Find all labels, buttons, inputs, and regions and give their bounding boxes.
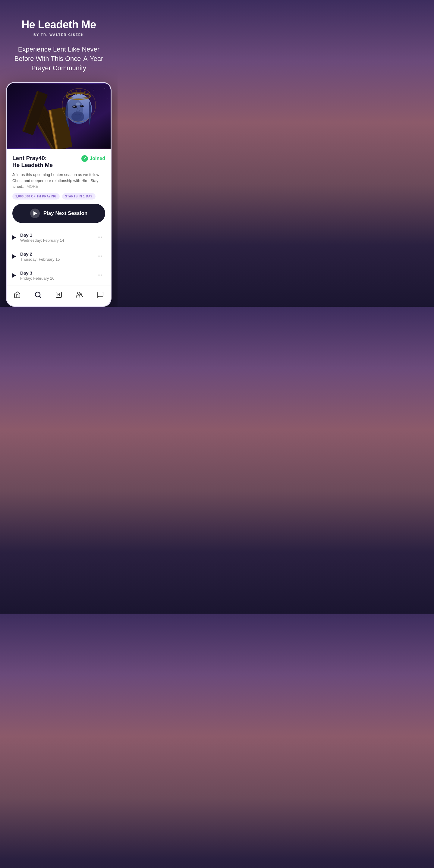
bottom-nav [7, 285, 111, 306]
play-button-label: Play Next Session [43, 210, 87, 216]
search-icon [34, 291, 42, 299]
session-item-day3[interactable]: Day 3 Friday: February 16 ··· [7, 266, 111, 285]
session-more-button-3[interactable]: ··· [95, 271, 105, 280]
nav-item-community[interactable] [71, 290, 88, 300]
session-title-3: Day 3 [20, 270, 91, 276]
author-label: BY FR. WALTER CISZEK [33, 33, 84, 36]
hero-image [7, 83, 111, 149]
tags-row: 1,000,000 OF 1M PRAYING STARTS IN 1 DAY [12, 193, 105, 199]
play-triangle-icon [33, 211, 37, 216]
session-info-3: Day 3 Friday: February 16 [20, 270, 91, 281]
nav-item-library[interactable] [50, 290, 67, 300]
play-next-session-button[interactable]: Play Next Session [12, 204, 105, 223]
joined-check-icon: ✓ [82, 155, 88, 162]
svg-rect-44 [64, 112, 96, 112]
session-item-day2[interactable]: Day 2 Thursday: February 15 ··· [7, 247, 111, 266]
svg-rect-49 [56, 292, 61, 298]
session-play-icon-1 [12, 236, 16, 240]
session-list: Day 1 Wednesday: February 14 ··· Day 2 T… [7, 228, 111, 285]
series-description: Join us this upcoming Lenten season as w… [12, 172, 105, 190]
svg-rect-45 [64, 114, 92, 114]
svg-point-6 [107, 98, 108, 99]
nav-item-search[interactable] [29, 290, 47, 300]
page-wrapper: He Leadeth Me BY FR. WALTER CISZEK Exper… [0, 0, 118, 307]
svg-point-46 [76, 102, 80, 105]
praying-tag: 1,000,000 OF 1M PRAYING [12, 193, 60, 199]
svg-point-27 [81, 105, 82, 106]
card-content: Lent Pray40: He Leadeth Me ✓ Joined Join… [7, 149, 111, 223]
svg-point-50 [78, 292, 80, 294]
joined-badge: ✓ Joined [82, 155, 105, 162]
starts-tag: STARTS IN 1 DAY [62, 193, 96, 199]
more-label[interactable]: MORE [27, 184, 38, 189]
session-title-2: Day 2 [20, 251, 91, 256]
page-title: He Leadeth Me [22, 18, 96, 31]
title-row: Lent Pray40: He Leadeth Me ✓ Joined [12, 155, 105, 169]
phone-card: Lent Pray40: He Leadeth Me ✓ Joined Join… [6, 82, 112, 307]
library-icon [55, 291, 63, 299]
session-more-button-2[interactable]: ··· [95, 252, 105, 261]
session-title-1: Day 1 [20, 232, 91, 238]
svg-point-26 [73, 106, 75, 107]
nav-item-home[interactable] [8, 290, 26, 300]
svg-point-38 [71, 90, 72, 92]
svg-point-41 [84, 91, 86, 92]
svg-point-39 [75, 90, 76, 91]
session-play-icon-3 [12, 273, 16, 278]
svg-point-51 [80, 293, 82, 295]
svg-line-34 [80, 91, 81, 95]
community-icon [76, 291, 84, 299]
session-date-3: Friday: February 16 [20, 276, 91, 281]
home-icon [13, 291, 21, 299]
chat-icon [96, 291, 104, 299]
nav-item-chat[interactable] [92, 290, 109, 300]
session-item-day1[interactable]: Day 1 Wednesday: February 14 ··· [7, 228, 111, 247]
session-info-1: Day 1 Wednesday: February 14 [20, 232, 91, 243]
svg-point-1 [93, 90, 94, 90]
tagline: Experience Lent Like Never Before With T… [10, 45, 107, 73]
svg-point-3 [104, 88, 105, 89]
session-date-1: Wednesday: February 14 [20, 238, 91, 243]
svg-point-28 [71, 111, 84, 121]
series-title: Lent Pray40: He Leadeth Me [12, 155, 78, 169]
play-circle-icon [30, 209, 40, 218]
svg-line-48 [39, 296, 41, 297]
joined-label: Joined [90, 156, 105, 161]
svg-point-2 [99, 96, 99, 96]
session-date-2: Thursday: February 15 [20, 257, 91, 261]
session-info-2: Day 2 Thursday: February 15 [20, 251, 91, 261]
session-more-button-1[interactable]: ··· [95, 233, 105, 242]
session-play-icon-2 [12, 254, 16, 258]
svg-point-40 [80, 90, 81, 91]
